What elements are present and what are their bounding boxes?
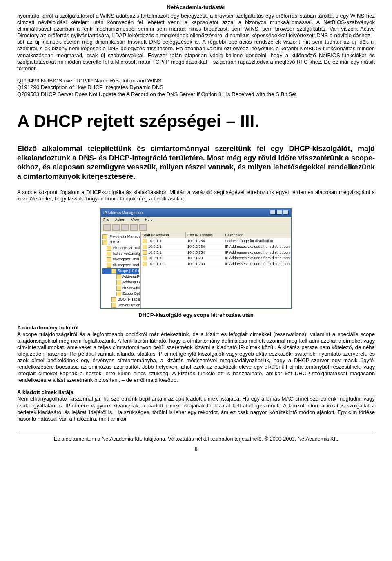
page-number: 8 xyxy=(17,446,375,452)
tree-item[interactable]: BOOTP Table xyxy=(102,297,139,303)
tree-item[interactable]: Address Leases xyxy=(102,280,139,285)
minimize-icon[interactable] xyxy=(270,210,276,215)
tree-pane[interactable]: IP Address ManagementDHCPelk-corpsrv1.ma… xyxy=(101,232,141,308)
maximize-icon[interactable] xyxy=(276,210,282,215)
lead-paragraph: Előző alkalommal telepítettünk és címtar… xyxy=(17,144,375,181)
tree-item[interactable]: elk-corpsrv1.mal.priv [10.0.0.24] xyxy=(102,245,139,251)
toolbar-button-icon[interactable] xyxy=(130,224,138,231)
section-1-body: A scope tulajdonságairól és a legfontosa… xyxy=(17,331,375,383)
tree-item[interactable]: Reservations xyxy=(102,285,139,291)
scope-paragraph: A scope központi fogalom a DHCP-szolgált… xyxy=(17,189,375,202)
menu-bar[interactable]: File Action View Help xyxy=(101,217,291,223)
list-row[interactable]: 10.0.1.10010.0.1.200IP Addresses exclude… xyxy=(141,261,291,267)
col-description[interactable]: Description xyxy=(223,232,291,238)
tree-item[interactable]: DHCP xyxy=(102,240,139,245)
article-title: A DHCP rejtett szépségei – III. xyxy=(17,111,375,131)
list-row[interactable]: 10.0.1.110.0.1.254Address range for dist… xyxy=(141,238,291,244)
tree-item[interactable]: Scope [10.0.0.0] MAL-vezetés xyxy=(102,268,139,274)
list-row[interactable]: 10.0.1.1010.0.1.20IP Addresses excluded … xyxy=(141,256,291,261)
tree-item[interactable]: Server Options xyxy=(102,303,139,308)
col-start-ip[interactable]: Start IP Address xyxy=(141,232,186,238)
dhcp-console-screenshot: IP Address Management File Action View H… xyxy=(100,208,292,309)
figure-caption: DHCP-kiszolgáló egy scope létrehozása ut… xyxy=(17,312,375,318)
section-2-body: Nem elhanyagolható haszonnal jár, ha sze… xyxy=(17,396,375,421)
section-2: A kiadott címek listája Nem elhanyagolha… xyxy=(17,389,375,422)
tree-item[interactable]: hal-server1.mal.priv [10.0.0.7] xyxy=(102,251,139,257)
tree-item[interactable]: Address Pool xyxy=(102,274,139,280)
list-pane[interactable]: Start IP Address End IP Address Descript… xyxy=(141,232,291,308)
menu-item[interactable]: Action xyxy=(115,218,125,222)
tree-item[interactable]: rib-corpsrv1.mal.priv [10.0.0.24] xyxy=(102,263,139,268)
section-1-heading: A címtartomány belülről xyxy=(17,325,78,331)
toolbar-button-icon[interactable] xyxy=(139,224,147,231)
section-1: A címtartomány belülről A scope tulajdon… xyxy=(17,325,375,384)
window-titlebar: IP Address Management xyxy=(101,209,291,217)
tree-item[interactable]: Scope Options xyxy=(102,291,139,297)
tree-item[interactable]: rib-corpsrv1.mal.priv [10.0.0.1] xyxy=(102,257,139,263)
window-buttons[interactable] xyxy=(269,210,289,216)
toolbar[interactable] xyxy=(101,223,291,232)
page-footer: Ez a dokumentum a NetAcademia Kft. tulaj… xyxy=(17,433,375,442)
window-title: IP Address Management xyxy=(103,211,143,215)
close-icon[interactable] xyxy=(283,210,289,215)
menu-item[interactable]: View xyxy=(131,218,139,222)
list-row[interactable]: 10.0.3.110.0.3.254IP Addresses excluded … xyxy=(141,250,291,256)
list-row[interactable]: 10.0.2.110.0.2.254IP Addresses excluded … xyxy=(141,244,291,250)
ref-line: Q289583 DHCP Server Does Not Update the … xyxy=(17,91,375,98)
toolbar-button-icon[interactable] xyxy=(112,224,120,231)
toolbar-button-icon[interactable] xyxy=(121,224,129,231)
toolbar-button-icon[interactable] xyxy=(103,224,111,231)
page-header: NetAcademia-tudástár xyxy=(17,0,375,13)
kb-references: Q119493 NetBIOS over TCP/IP Name Resolut… xyxy=(17,78,375,98)
list-header: Start IP Address End IP Address Descript… xyxy=(141,232,291,238)
menu-item[interactable]: Help xyxy=(145,218,153,222)
col-end-ip[interactable]: End IP Address xyxy=(186,232,223,238)
ref-line: Q119493 NetBIOS over TCP/IP Name Resolut… xyxy=(17,78,375,85)
intro-paragraph: nyomtató, arról a szolgáltatásról a WINS… xyxy=(17,13,375,72)
ref-line: Q191290 Description of How DHCP Integrat… xyxy=(17,84,375,91)
tree-item[interactable]: IP Address Management xyxy=(102,234,139,240)
section-2-heading: A kiadott címek listája xyxy=(17,389,74,395)
menu-item[interactable]: File xyxy=(103,218,109,222)
